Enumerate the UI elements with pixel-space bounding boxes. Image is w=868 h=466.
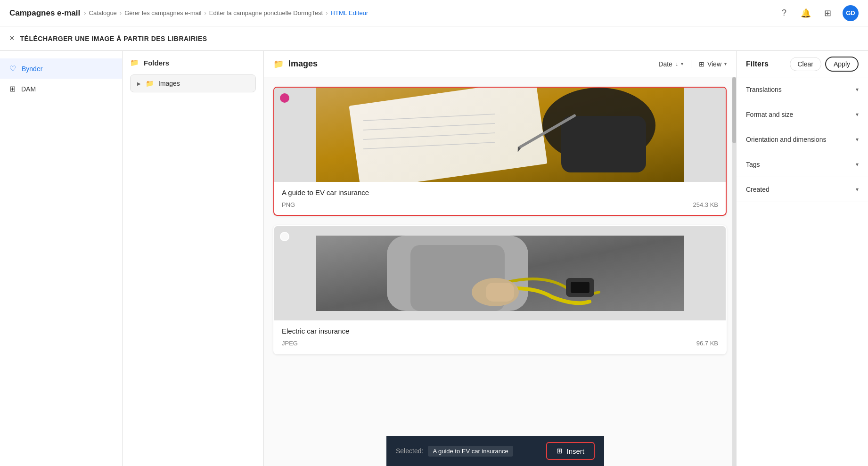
insert-icon: ⊞ [557, 447, 563, 455]
breadcrumb-item-3[interactable]: Editer la campagne ponctuelle DormgTest [209, 9, 323, 16]
insert-button[interactable]: ⊞ Insert [546, 442, 595, 460]
image-card-1-info: A guide to EV car insurance PNG 254.3 KB [274, 182, 726, 215]
filter-orientation-chevron: ▾ [856, 136, 859, 143]
apps-icon[interactable]: ⊞ [821, 7, 834, 20]
folder-item-images[interactable]: ▶ 📁 Images [130, 74, 256, 92]
filter-orientation-label: Orientation and dimensions [746, 136, 826, 143]
sort-label: Date [658, 60, 672, 68]
svg-rect-16 [571, 282, 590, 293]
images-title-label: Images [288, 59, 318, 69]
filter-tags-label: Tags [746, 161, 760, 168]
svg-rect-1 [349, 88, 547, 182]
dam-icon: ⊞ [9, 84, 16, 93]
app-title: Campagnes e-mail [9, 8, 80, 18]
topbar: Campagnes e-mail › Catalogue › Gérer les… [0, 0, 868, 26]
filter-created-label: Created [746, 186, 770, 193]
folder-arrow-icon: ▶ [137, 81, 141, 86]
insert-bar: Selected: A guide to EV car insurance ⊞ … [386, 436, 604, 466]
images-grid: A guide to EV car insurance PNG 254.3 KB [264, 77, 736, 466]
card-1-select-dot[interactable] [280, 93, 289, 103]
filter-group-orientation[interactable]: Orientation and dimensions ▾ [737, 127, 868, 152]
filter-group-format-size[interactable]: Format and size ▾ [737, 102, 868, 127]
folder-item-icon: 📁 [146, 80, 154, 87]
folders-panel: 📁 Folders ▶ 📁 Images [123, 51, 264, 466]
insert-bar-selected-label: Selected: [396, 447, 423, 455]
sidebar-item-bynder[interactable]: ♡ Bynder [0, 58, 122, 79]
image-card-1-format: PNG [282, 201, 295, 208]
sidebar-item-dam-label: DAM [21, 85, 36, 93]
view-grid-icon: ⊞ [699, 60, 704, 68]
breadcrumb-sep3: › [205, 9, 206, 16]
images-panel: 📁 Images Date ↓ ▾ ⊞ View ▾ [264, 51, 736, 466]
insert-bar-left: Selected: A guide to EV car insurance [396, 446, 513, 457]
view-label: View [707, 60, 721, 68]
breadcrumb: › Catalogue › Gérer les campagnes e-mail… [84, 9, 368, 16]
images-panel-controls: Date ↓ ▾ ⊞ View ▾ [658, 60, 727, 68]
image-card-2-size: 96.7 KB [696, 340, 718, 347]
filters-header: Filters Clear Apply [737, 51, 868, 77]
sort-control[interactable]: Date ↓ ▾ [658, 60, 683, 68]
filter-group-created[interactable]: Created ▾ [737, 177, 868, 202]
breadcrumb-current: HTML Editeur [331, 9, 368, 16]
page-header: × TÉLÉCHARGER UNE IMAGE À PARTIR DES LIB… [0, 26, 868, 51]
topbar-right: ? 🔔 ⊞ GD [778, 5, 859, 21]
filters-panel: Filters Clear Apply Translations ▾ Forma… [736, 51, 868, 466]
breadcrumb-sep4: › [326, 9, 328, 16]
breadcrumb-item-2[interactable]: Gérer les campagnes e-mail [124, 9, 201, 16]
breadcrumb-sep1: › [84, 9, 86, 16]
folders-icon: 📁 [130, 58, 139, 67]
filter-tags-chevron: ▾ [856, 161, 859, 168]
topbar-left: Campagnes e-mail › Catalogue › Gérer les… [9, 8, 368, 18]
sort-chevron-icon: ▾ [681, 61, 683, 66]
filter-translations-label: Translations [746, 86, 782, 93]
left-sidebar: ♡ Bynder ⊞ DAM [0, 51, 123, 466]
image-card-1-name: A guide to EV car insurance [282, 188, 718, 196]
apply-button[interactable]: Apply [825, 57, 859, 72]
avatar[interactable]: GD [843, 5, 859, 21]
images-folder-icon: 📁 [273, 59, 284, 69]
filter-group-tags[interactable]: Tags ▾ [737, 152, 868, 177]
folders-title: Folders [144, 59, 169, 67]
breadcrumb-item-1[interactable]: Catalogue [89, 9, 117, 16]
filter-group-translations[interactable]: Translations ▾ [737, 77, 868, 102]
image-card-2-info: Electric car insurance JPEG 96.7 KB [274, 320, 726, 353]
help-icon[interactable]: ? [778, 7, 791, 20]
card-2-select-dot[interactable] [280, 232, 289, 241]
insert-bar-filename: A guide to EV car insurance [428, 446, 513, 457]
clear-button[interactable]: Clear [790, 57, 821, 71]
heart-icon: ♡ [9, 64, 16, 73]
filter-format-chevron: ▾ [856, 111, 859, 118]
filter-format-label: Format and size [746, 111, 793, 118]
images-panel-title: 📁 Images [273, 59, 318, 69]
insert-label: Insert [566, 447, 584, 455]
image-card-2-name: Electric car insurance [282, 327, 718, 335]
image-card-2-meta: JPEG 96.7 KB [282, 340, 718, 347]
image-thumb-2 [274, 226, 726, 320]
svg-rect-7 [561, 116, 646, 172]
scrollbar-track[interactable] [732, 77, 736, 466]
content-area: ♡ Bynder ⊞ DAM 📁 Folders ▶ 📁 Images 📁 Im… [0, 51, 868, 466]
image-card-1[interactable]: A guide to EV car insurance PNG 254.3 KB [273, 87, 727, 216]
image-thumb-1 [274, 88, 726, 182]
filters-actions: Clear Apply [790, 57, 859, 72]
image-card-2[interactable]: Electric car insurance JPEG 96.7 KB [273, 225, 727, 354]
sidebar-item-dam[interactable]: ⊞ DAM [0, 79, 122, 99]
filters-title: Filters [746, 60, 769, 68]
sidebar-item-bynder-label: Bynder [22, 65, 42, 73]
notification-icon[interactable]: 🔔 [799, 7, 812, 20]
folders-panel-header: 📁 Folders [130, 58, 256, 67]
filter-created-chevron: ▾ [856, 186, 859, 193]
page-title: TÉLÉCHARGER UNE IMAGE À PARTIR DES LIBRA… [20, 35, 207, 42]
scrollbar-thumb[interactable] [732, 77, 736, 143]
view-chevron-icon: ▾ [724, 61, 727, 66]
view-control[interactable]: ⊞ View ▾ [691, 60, 727, 68]
breadcrumb-sep2: › [120, 9, 122, 16]
sort-arrow-icon: ↓ [675, 61, 678, 67]
image-card-2-format: JPEG [282, 340, 298, 347]
image-card-1-size: 254.3 KB [693, 201, 719, 208]
filter-translations-chevron: ▾ [856, 86, 859, 93]
close-button[interactable]: × [9, 33, 15, 43]
folder-item-label: Images [158, 80, 180, 87]
image-card-1-meta: PNG 254.3 KB [282, 201, 718, 208]
image-svg-2 [274, 236, 726, 311]
